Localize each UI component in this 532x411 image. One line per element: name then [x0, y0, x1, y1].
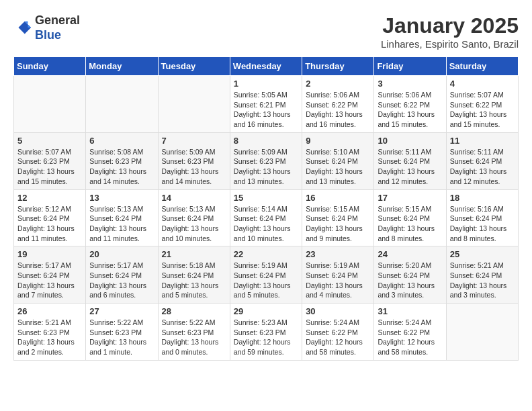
- logo-icon: [13, 19, 32, 38]
- calendar-cell: 27Sunrise: 5:22 AM Sunset: 6:23 PM Dayli…: [86, 304, 158, 361]
- day-number: 23: [306, 249, 370, 259]
- day-number: 21: [162, 249, 226, 259]
- calendar-week-2: 5Sunrise: 5:07 AM Sunset: 6:23 PM Daylig…: [14, 132, 519, 189]
- weekday-header-sunday: Sunday: [14, 57, 86, 76]
- day-number: 19: [17, 249, 82, 259]
- day-number: 13: [89, 193, 154, 203]
- calendar-cell: 19Sunrise: 5:17 AM Sunset: 6:24 PM Dayli…: [14, 246, 86, 304]
- calendar-cell: 30Sunrise: 5:24 AM Sunset: 6:22 PM Dayli…: [302, 304, 374, 361]
- weekday-header-thursday: Thursday: [302, 57, 374, 76]
- weekday-header-monday: Monday: [86, 57, 158, 76]
- calendar-cell: 22Sunrise: 5:19 AM Sunset: 6:24 PM Dayli…: [230, 246, 302, 304]
- day-number: 9: [306, 136, 370, 146]
- weekday-header-tuesday: Tuesday: [158, 57, 230, 76]
- day-number: 12: [17, 193, 82, 203]
- logo-general-text: General: [35, 13, 80, 27]
- title-block: January 2025 Linhares, Espirito Santo, B…: [381, 13, 519, 50]
- day-number: 8: [234, 136, 298, 146]
- day-info: Sunrise: 5:05 AM Sunset: 6:21 PM Dayligh…: [234, 90, 298, 130]
- logo: General Blue: [13, 13, 80, 42]
- day-info: Sunrise: 5:20 AM Sunset: 6:24 PM Dayligh…: [378, 261, 442, 300]
- calendar-cell: 26Sunrise: 5:21 AM Sunset: 6:23 PM Dayli…: [14, 304, 86, 361]
- day-info: Sunrise: 5:09 AM Sunset: 6:23 PM Dayligh…: [162, 147, 226, 187]
- day-number: 18: [450, 193, 515, 203]
- calendar-cell: [158, 76, 230, 133]
- day-info: Sunrise: 5:07 AM Sunset: 6:23 PM Dayligh…: [17, 147, 82, 187]
- day-number: 20: [89, 249, 154, 259]
- day-info: Sunrise: 5:12 AM Sunset: 6:24 PM Dayligh…: [17, 204, 82, 244]
- day-info: Sunrise: 5:06 AM Sunset: 6:22 PM Dayligh…: [306, 90, 370, 130]
- day-info: Sunrise: 5:10 AM Sunset: 6:24 PM Dayligh…: [306, 147, 370, 187]
- weekday-header-friday: Friday: [374, 57, 446, 76]
- day-info: Sunrise: 5:18 AM Sunset: 6:24 PM Dayligh…: [162, 261, 226, 300]
- day-number: 24: [378, 249, 442, 259]
- day-info: Sunrise: 5:21 AM Sunset: 6:24 PM Dayligh…: [450, 261, 515, 300]
- calendar-week-1: 1Sunrise: 5:05 AM Sunset: 6:21 PM Daylig…: [14, 76, 519, 133]
- calendar-cell: 29Sunrise: 5:23 AM Sunset: 6:23 PM Dayli…: [230, 304, 302, 361]
- day-number: 11: [450, 136, 515, 146]
- weekday-header-saturday: Saturday: [446, 57, 518, 76]
- day-number: 4: [450, 79, 515, 89]
- day-info: Sunrise: 5:06 AM Sunset: 6:22 PM Dayligh…: [378, 90, 442, 130]
- day-info: Sunrise: 5:15 AM Sunset: 6:24 PM Dayligh…: [378, 204, 442, 244]
- day-info: Sunrise: 5:24 AM Sunset: 6:22 PM Dayligh…: [378, 318, 442, 357]
- day-number: 25: [450, 249, 515, 259]
- day-number: 31: [378, 306, 442, 316]
- calendar-cell: 6Sunrise: 5:08 AM Sunset: 6:23 PM Daylig…: [86, 132, 158, 189]
- day-number: 28: [162, 306, 226, 316]
- calendar-cell: 4Sunrise: 5:07 AM Sunset: 6:22 PM Daylig…: [446, 76, 518, 133]
- calendar-cell: 28Sunrise: 5:22 AM Sunset: 6:23 PM Dayli…: [158, 304, 230, 361]
- day-info: Sunrise: 5:14 AM Sunset: 6:24 PM Dayligh…: [234, 204, 298, 244]
- day-number: 17: [378, 193, 442, 203]
- calendar-cell: 9Sunrise: 5:10 AM Sunset: 6:24 PM Daylig…: [302, 132, 374, 189]
- day-number: 22: [234, 249, 298, 259]
- calendar-cell: [446, 304, 518, 361]
- calendar-cell: 16Sunrise: 5:15 AM Sunset: 6:24 PM Dayli…: [302, 189, 374, 246]
- calendar-cell: 11Sunrise: 5:11 AM Sunset: 6:24 PM Dayli…: [446, 132, 518, 189]
- calendar-cell: 15Sunrise: 5:14 AM Sunset: 6:24 PM Dayli…: [230, 189, 302, 246]
- calendar-week-3: 12Sunrise: 5:12 AM Sunset: 6:24 PM Dayli…: [14, 189, 519, 246]
- day-info: Sunrise: 5:07 AM Sunset: 6:22 PM Dayligh…: [450, 90, 515, 130]
- day-info: Sunrise: 5:11 AM Sunset: 6:24 PM Dayligh…: [450, 147, 515, 187]
- calendar-cell: 21Sunrise: 5:18 AM Sunset: 6:24 PM Dayli…: [158, 246, 230, 304]
- calendar-cell: 12Sunrise: 5:12 AM Sunset: 6:24 PM Dayli…: [14, 189, 86, 246]
- day-info: Sunrise: 5:17 AM Sunset: 6:24 PM Dayligh…: [17, 261, 82, 300]
- day-number: 29: [234, 306, 298, 316]
- day-info: Sunrise: 5:16 AM Sunset: 6:24 PM Dayligh…: [450, 204, 515, 244]
- calendar-cell: 1Sunrise: 5:05 AM Sunset: 6:21 PM Daylig…: [230, 76, 302, 133]
- day-number: 30: [306, 306, 370, 316]
- calendar-week-4: 19Sunrise: 5:17 AM Sunset: 6:24 PM Dayli…: [14, 246, 519, 304]
- day-info: Sunrise: 5:09 AM Sunset: 6:23 PM Dayligh…: [234, 147, 298, 187]
- day-number: 10: [378, 136, 442, 146]
- day-info: Sunrise: 5:22 AM Sunset: 6:23 PM Dayligh…: [89, 318, 154, 357]
- day-number: 1: [234, 79, 298, 89]
- calendar-cell: 24Sunrise: 5:20 AM Sunset: 6:24 PM Dayli…: [374, 246, 446, 304]
- calendar-cell: 5Sunrise: 5:07 AM Sunset: 6:23 PM Daylig…: [14, 132, 86, 189]
- weekday-header-wednesday: Wednesday: [230, 57, 302, 76]
- logo-blue-text: Blue: [35, 28, 61, 42]
- calendar-cell: 2Sunrise: 5:06 AM Sunset: 6:22 PM Daylig…: [302, 76, 374, 133]
- calendar-table: SundayMondayTuesdayWednesdayThursdayFrid…: [13, 56, 519, 361]
- month-title: January 2025: [381, 13, 519, 38]
- day-info: Sunrise: 5:24 AM Sunset: 6:22 PM Dayligh…: [306, 318, 370, 357]
- day-number: 3: [378, 79, 442, 89]
- day-info: Sunrise: 5:19 AM Sunset: 6:24 PM Dayligh…: [234, 261, 298, 300]
- calendar-cell: 31Sunrise: 5:24 AM Sunset: 6:22 PM Dayli…: [374, 304, 446, 361]
- day-info: Sunrise: 5:21 AM Sunset: 6:23 PM Dayligh…: [17, 318, 82, 357]
- day-info: Sunrise: 5:13 AM Sunset: 6:24 PM Dayligh…: [162, 204, 226, 244]
- calendar-cell: 13Sunrise: 5:13 AM Sunset: 6:24 PM Dayli…: [86, 189, 158, 246]
- calendar-cell: 23Sunrise: 5:19 AM Sunset: 6:24 PM Dayli…: [302, 246, 374, 304]
- calendar-cell: 20Sunrise: 5:17 AM Sunset: 6:24 PM Dayli…: [86, 246, 158, 304]
- page-header: General Blue January 2025 Linhares, Espi…: [13, 13, 519, 50]
- day-info: Sunrise: 5:17 AM Sunset: 6:24 PM Dayligh…: [89, 261, 154, 300]
- day-info: Sunrise: 5:15 AM Sunset: 6:24 PM Dayligh…: [306, 204, 370, 244]
- day-number: 16: [306, 193, 370, 203]
- calendar-cell: 7Sunrise: 5:09 AM Sunset: 6:23 PM Daylig…: [158, 132, 230, 189]
- calendar-cell: [86, 76, 158, 133]
- day-info: Sunrise: 5:11 AM Sunset: 6:24 PM Dayligh…: [378, 147, 442, 187]
- day-number: 15: [234, 193, 298, 203]
- calendar-cell: 17Sunrise: 5:15 AM Sunset: 6:24 PM Dayli…: [374, 189, 446, 246]
- day-info: Sunrise: 5:13 AM Sunset: 6:24 PM Dayligh…: [89, 204, 154, 244]
- calendar-cell: 25Sunrise: 5:21 AM Sunset: 6:24 PM Dayli…: [446, 246, 518, 304]
- day-number: 6: [89, 136, 154, 146]
